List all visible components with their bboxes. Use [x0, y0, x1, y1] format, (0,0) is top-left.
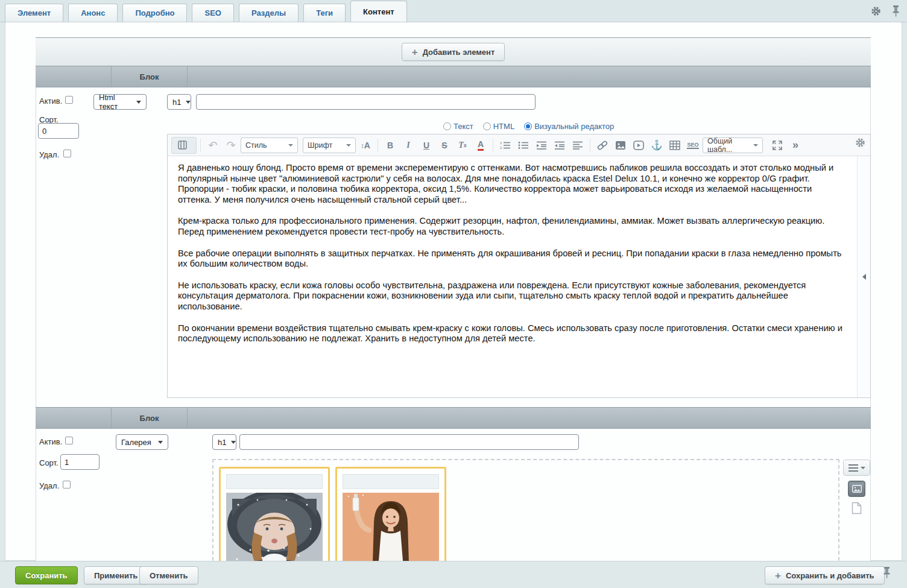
- anchor-button[interactable]: ⚓: [648, 137, 665, 154]
- insert-image-button[interactable]: [612, 137, 629, 154]
- gallery-image-mode-button[interactable]: [848, 481, 865, 497]
- block1-type-select[interactable]: Html текст: [93, 94, 147, 110]
- chevron-down-icon: [346, 144, 351, 147]
- cancel-label: Отменить: [150, 571, 188, 580]
- editor-mode-radios: Текст HTML Визуальный редактор: [443, 122, 614, 131]
- block2-type-select[interactable]: Галерея: [116, 434, 168, 450]
- tab-element[interactable]: Элемент: [5, 4, 63, 22]
- ordered-list-button[interactable]: 12: [497, 137, 514, 154]
- block2-title-input[interactable]: [239, 434, 579, 450]
- editor-toolbar: ↶ ↷ Стиль Шрифт ↕A B I U S Tx A 12: [168, 134, 870, 156]
- unordered-list-button[interactable]: [515, 137, 532, 154]
- text-color-button[interactable]: A: [472, 137, 489, 154]
- remove-format-button[interactable]: Tx: [454, 137, 471, 154]
- block1-delete-checkbox[interactable]: [63, 150, 71, 157]
- underline-button[interactable]: U: [418, 137, 435, 154]
- insert-table-button[interactable]: [666, 137, 683, 154]
- editor-paragraph: Все рабочие операции выполнять в защитны…: [178, 248, 847, 270]
- font-select-value: Шрифт: [308, 141, 332, 150]
- add-element-button[interactable]: + Добавить элемент: [402, 43, 505, 61]
- editor-settings-gear-icon[interactable]: [855, 138, 865, 150]
- tab-anons[interactable]: Анонс: [68, 4, 118, 22]
- italic-button[interactable]: I: [400, 137, 417, 154]
- toolbar-separator: [590, 139, 590, 152]
- seo-button[interactable]: SEO: [684, 137, 701, 154]
- editor-content[interactable]: Я давненько ношу блонд. Просто время от …: [168, 156, 857, 397]
- more-tools-button[interactable]: »: [787, 137, 804, 154]
- add-element-bar: + Добавить элемент: [36, 37, 871, 66]
- undo-button[interactable]: ↶: [204, 137, 221, 154]
- block1-sort-input[interactable]: [38, 123, 79, 139]
- style-select[interactable]: Стиль: [241, 138, 298, 153]
- mode-visual-radio[interactable]: Визуальный редактор: [524, 122, 614, 131]
- editor-components-button[interactable]: [171, 137, 197, 154]
- block2-active-checkbox[interactable]: [65, 437, 73, 444]
- pin-icon[interactable]: [892, 5, 900, 19]
- settings-gear-icon[interactable]: [871, 6, 881, 19]
- tab-label: Элемент: [17, 8, 51, 17]
- toolbar-separator: [378, 139, 378, 152]
- block1-heading-select[interactable]: h1: [167, 94, 191, 110]
- tab-label: Анонс: [81, 8, 105, 17]
- link-button[interactable]: [594, 137, 611, 154]
- tab-bar: Элемент Анонс Подробно SEO Разделы Теги …: [0, 0, 907, 22]
- indent-button[interactable]: [533, 137, 550, 154]
- tab-razdely[interactable]: Разделы: [239, 4, 299, 22]
- block2-header-cell-content: [188, 408, 871, 428]
- redo-button[interactable]: ↷: [223, 137, 239, 154]
- mode-label: Визуальный редактор: [534, 122, 614, 131]
- strikethrough-button[interactable]: S: [436, 137, 453, 154]
- template-select[interactable]: Общий шабл...: [703, 138, 763, 153]
- svg-text:2: 2: [500, 146, 502, 150]
- save-and-add-button[interactable]: + Сохранить и добавить: [765, 566, 885, 584]
- editor-sidebar-toggle[interactable]: [857, 156, 870, 397]
- insert-video-button[interactable]: [630, 137, 647, 154]
- block2-heading-select[interactable]: h1: [212, 434, 236, 450]
- mode-text-radio[interactable]: Текст: [443, 122, 473, 131]
- radio-icon: [443, 122, 451, 130]
- collapse-left-arrow-icon: [862, 274, 866, 280]
- block1-header-cell-content: [188, 66, 871, 87]
- outdent-button[interactable]: [551, 137, 568, 154]
- tab-podrobno[interactable]: Подробно: [122, 4, 187, 22]
- font-select[interactable]: Шрифт: [303, 138, 356, 153]
- plus-icon: +: [412, 47, 418, 57]
- save-button[interactable]: Сохранить: [15, 566, 78, 584]
- tab-seo[interactable]: SEO: [192, 4, 233, 22]
- apply-button[interactable]: Применить: [84, 566, 148, 584]
- chevron-down-icon: [861, 467, 865, 469]
- block2-type-value: Галерея: [121, 438, 151, 447]
- gallery-card-caption-field[interactable]: [343, 474, 439, 489]
- block2-delete-checkbox[interactable]: [63, 481, 71, 488]
- footer-bar: Сохранить Применить Отменить + Сохранить…: [0, 561, 907, 588]
- block2-active-label: Актив.: [39, 437, 62, 446]
- align-button[interactable]: [569, 137, 586, 154]
- footer-pin-icon[interactable]: [883, 566, 891, 581]
- bold-button[interactable]: B: [382, 137, 399, 154]
- block1-header-row: Блок: [36, 66, 871, 87]
- mode-label: Текст: [454, 122, 473, 131]
- editor-paragraph: Не использовать краску, если кожа головы…: [178, 280, 847, 312]
- apply-label: Применить: [94, 571, 137, 580]
- radio-icon: [524, 122, 532, 130]
- font-size-letter: A: [364, 141, 370, 150]
- block1-header-cell-block: Блок: [112, 66, 188, 87]
- font-size-button[interactable]: ↕A: [357, 137, 374, 154]
- mode-html-radio[interactable]: HTML: [483, 122, 514, 131]
- block2-header-cell-controls: [36, 408, 112, 428]
- cancel-button[interactable]: Отменить: [139, 566, 198, 584]
- block1-active-label: Актив.: [39, 96, 62, 106]
- tab-kontent-active[interactable]: Контент: [350, 1, 407, 22]
- block1-title-input[interactable]: [196, 94, 536, 110]
- gallery-card-caption-field[interactable]: [226, 474, 323, 489]
- plus-icon: +: [775, 571, 781, 581]
- tab-tegi[interactable]: Теги: [303, 4, 346, 22]
- gallery-menu-button[interactable]: [843, 460, 870, 476]
- editor-paragraph: Я давненько ношу блонд. Просто время от …: [178, 163, 847, 205]
- text-color-letter: A: [478, 140, 484, 151]
- gallery-file-button[interactable]: [852, 502, 862, 517]
- tab-strip: Элемент Анонс Подробно SEO Разделы Теги …: [5, 1, 407, 22]
- fullscreen-button[interactable]: [769, 137, 786, 154]
- block1-active-checkbox[interactable]: [65, 96, 73, 104]
- block2-sort-input[interactable]: [60, 454, 100, 470]
